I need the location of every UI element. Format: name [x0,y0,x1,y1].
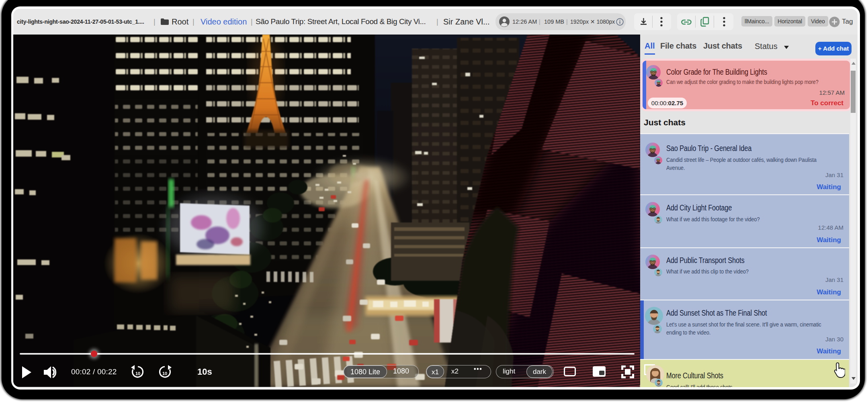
svg-text:10: 10 [162,371,167,376]
svg-text:10: 10 [135,371,140,376]
